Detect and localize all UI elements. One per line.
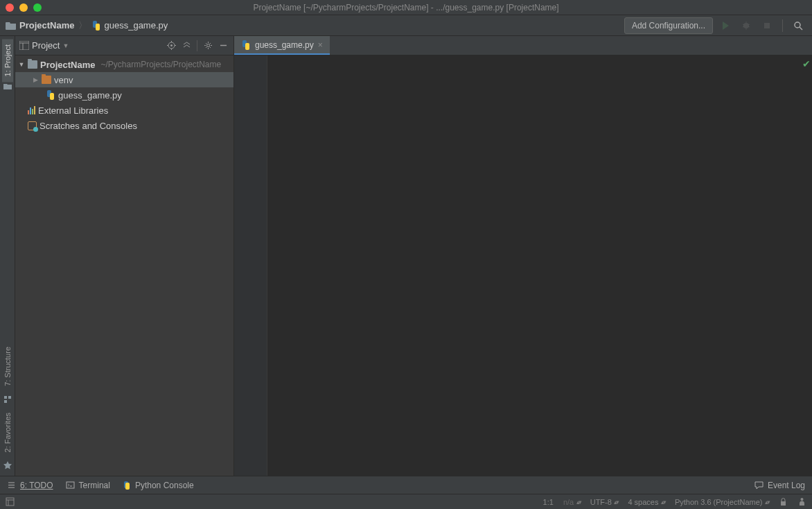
tree-scratches-label: Scratches and Consoles	[39, 121, 137, 131]
cursor-position[interactable]: 1:1	[543, 498, 554, 506]
analysis-ok-icon[interactable]: ✔	[802, 58, 811, 69]
locate-button[interactable]	[165, 40, 177, 52]
expand-arrow-icon[interactable]: ▶	[32, 76, 39, 83]
terminal-label: Terminal	[79, 481, 110, 490]
window-controls	[6, 3, 42, 12]
tool-windows-toggle-icon[interactable]	[6, 497, 15, 506]
stop-icon	[762, 21, 772, 31]
project-tab-label: 1: Project	[3, 44, 12, 76]
stop-button[interactable]	[759, 17, 775, 34]
close-window-icon[interactable]	[6, 3, 14, 12]
event-log-button[interactable]: Event Log	[754, 481, 805, 490]
encoding-label: UTF-8	[590, 498, 612, 506]
collapse-all-button[interactable]	[180, 40, 193, 52]
tree-project-root[interactable]: ▼ ProjectName ~/PycharmProjects/ProjectN…	[15, 57, 233, 72]
editor-right-margin: ✔	[802, 55, 812, 476]
tree-scratches[interactable]: ▶ Scratches and Consoles	[15, 118, 233, 133]
breadcrumb: ProjectName 〉 guess_game.py	[6, 19, 624, 32]
svg-point-0	[743, 23, 749, 28]
bottom-tool-bar: 6: TODO Terminal Python Console Event Lo…	[0, 476, 812, 494]
folder-icon	[28, 60, 37, 69]
svg-rect-3	[4, 396, 7, 399]
editor-text-area[interactable]	[267, 55, 802, 476]
search-icon	[793, 21, 803, 31]
python-file-icon	[46, 90, 55, 100]
tree-venv-label: venv	[54, 75, 73, 85]
editor-area: guess_game.py × ✔	[234, 36, 812, 476]
interpreter-label: Python 3.6 (ProjectName)	[675, 498, 763, 506]
minimize-window-icon[interactable]	[19, 3, 28, 12]
todo-label: 6: TODO	[20, 481, 53, 490]
editor-body[interactable]: ✔	[234, 55, 812, 476]
svg-rect-12	[781, 501, 786, 506]
svg-rect-10	[67, 482, 74, 488]
structure-tool-tab[interactable]: 7: Structure	[2, 341, 13, 392]
left-tool-gutter: 1: Project 7: Structure 2: Favorites	[0, 36, 15, 476]
target-icon	[167, 41, 176, 50]
maximize-window-icon[interactable]	[33, 3, 42, 12]
settings-button[interactable]	[202, 40, 214, 52]
editor-tab-label: guess_game.py	[255, 40, 314, 50]
run-configuration-dropdown[interactable]: Add Configuration...	[624, 17, 713, 34]
python-file-icon	[241, 40, 251, 50]
project-tool-tab[interactable]: 1: Project	[2, 39, 13, 82]
terminal-tool-button[interactable]: Terminal	[66, 481, 110, 490]
event-log-label: Event Log	[768, 481, 805, 490]
header-divider	[197, 40, 197, 51]
project-icon	[19, 41, 29, 50]
project-panel-title: Project	[32, 40, 60, 51]
structure-tab-label: 7: Structure	[3, 347, 12, 386]
run-button[interactable]	[717, 17, 734, 34]
todo-tool-button[interactable]: 6: TODO	[7, 481, 53, 490]
file-encoding[interactable]: UTF-8 ▴▾	[590, 498, 619, 506]
project-panel-header: Project ▼	[15, 36, 233, 55]
hector-icon[interactable]	[797, 497, 806, 506]
folder-icon	[42, 76, 51, 84]
breadcrumb-root-label: ProjectName	[19, 20, 74, 31]
indent-label: 4 spaces	[628, 498, 658, 506]
indent-setting[interactable]: 4 spaces ▴▾	[628, 498, 665, 506]
structure-icon	[3, 395, 12, 404]
cursor-position-label: 1:1	[543, 498, 554, 506]
breadcrumb-root[interactable]: ProjectName	[6, 20, 74, 31]
minimize-icon	[219, 41, 228, 50]
python-icon	[123, 481, 131, 490]
tree-root-path: ~/PycharmProjects/ProjectName	[100, 60, 221, 69]
star-icon	[3, 460, 12, 470]
python-console-tool-button[interactable]: Python Console	[123, 481, 194, 490]
favorites-tab-label: 2: Favorites	[3, 413, 12, 452]
close-tab-icon[interactable]: ×	[318, 40, 323, 50]
lock-icon[interactable]	[779, 497, 788, 506]
debug-button[interactable]	[738, 17, 754, 34]
interpreter-selector[interactable]: Python 3.6 (ProjectName) ▴▾	[675, 498, 769, 506]
project-view-selector[interactable]: Project ▼	[19, 40, 162, 51]
tree-external-libraries[interactable]: ▶ External Libraries	[15, 103, 233, 118]
navigation-bar: ProjectName 〉 guess_game.py Add Configur…	[0, 15, 812, 36]
line-number-gutter	[234, 55, 267, 476]
expand-arrow-icon[interactable]: ▼	[18, 61, 25, 68]
run-config-label: Add Configuration...	[632, 21, 705, 31]
title-bar: ProjectName [~/PycharmProjects/ProjectNa…	[0, 0, 812, 15]
svg-rect-11	[6, 498, 14, 506]
tree-venv-folder[interactable]: ▶ venv	[15, 72, 233, 87]
tree-external-label: External Libraries	[38, 105, 108, 116]
editor-tab-guess-game[interactable]: guess_game.py ×	[234, 36, 330, 55]
breadcrumb-file[interactable]: guess_game.py	[91, 20, 168, 31]
main-area: 1: Project 7: Structure 2: Favorites Pro…	[0, 36, 812, 476]
svg-point-8	[170, 44, 173, 46]
tree-file-guess-game[interactable]: guess_game.py	[15, 87, 233, 103]
favorites-tool-tab[interactable]: 2: Favorites	[2, 407, 13, 458]
python-file-icon	[91, 21, 101, 31]
tree-root-label: ProjectName	[40, 60, 95, 70]
breadcrumb-separator-icon: 〉	[78, 19, 87, 32]
libraries-icon	[28, 106, 35, 114]
line-separator[interactable]: n/a ▴▾	[563, 498, 581, 506]
search-everywhere-button[interactable]	[790, 17, 806, 34]
breadcrumb-file-label: guess_game.py	[104, 20, 168, 31]
chevron-down-icon: ▼	[62, 42, 69, 49]
toolbar-divider	[782, 19, 783, 32]
svg-rect-6	[19, 41, 29, 50]
project-panel: Project ▼ ▼ ProjectName ~/PycharmProject…	[15, 36, 234, 476]
hide-panel-button[interactable]	[217, 40, 229, 52]
line-separator-label: n/a	[563, 498, 574, 506]
